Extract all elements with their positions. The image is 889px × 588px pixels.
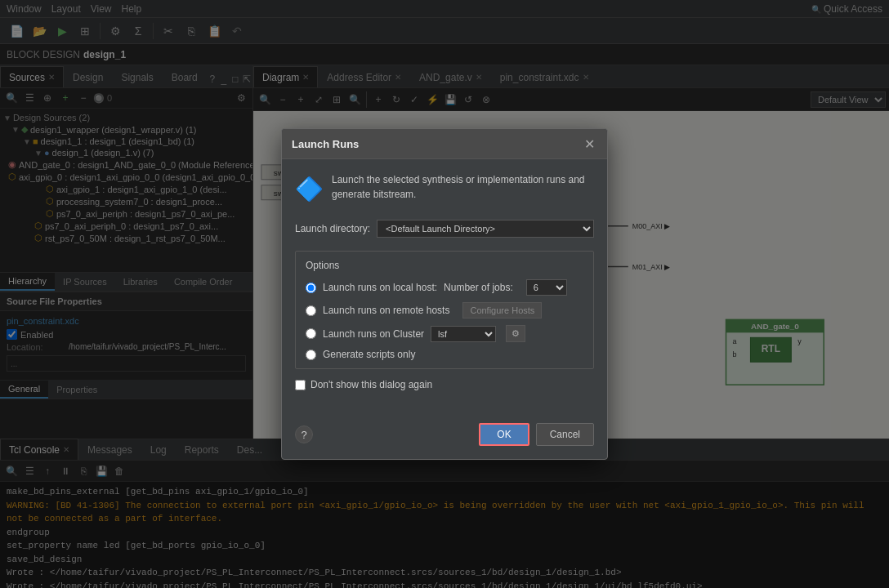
- option-cluster-label: Launch runs on Cluster: [323, 328, 424, 340]
- option-remote: Launch runs on remote hosts Configure Ho…: [306, 302, 583, 318]
- launch-dir-select[interactable]: <Default Launch Directory>: [377, 220, 594, 238]
- dont-show-row: Don't show this dialog again: [295, 379, 594, 390]
- lsf-gear-btn[interactable]: ⚙: [506, 325, 525, 342]
- help-btn[interactable]: ?: [295, 425, 313, 443]
- jobs-label: Number of jobs:: [444, 282, 513, 293]
- options-title: Options: [306, 260, 583, 271]
- modal-body: 🔷 Launch the selected synthesis or imple…: [282, 159, 607, 416]
- options-group: Options Launch runs on local host: Numbe…: [295, 251, 594, 369]
- option-scripts-label: Generate scripts only: [323, 349, 415, 360]
- launch-dir-row: Launch directory: <Default Launch Direct…: [295, 220, 594, 238]
- modal-title-bar: Launch Runs ✕: [282, 129, 607, 159]
- cancel-button[interactable]: Cancel: [536, 423, 594, 446]
- option-local-radio[interactable]: [306, 283, 316, 293]
- modal-close-btn[interactable]: ✕: [581, 136, 597, 152]
- modal-title: Launch Runs: [292, 138, 359, 150]
- dont-show-checkbox[interactable]: [295, 380, 306, 390]
- option-cluster-radio[interactable]: [306, 328, 316, 339]
- option-local-label: Launch runs on local host:: [323, 282, 437, 293]
- launch-runs-dialog: Launch Runs ✕ 🔷 Launch the selected synt…: [281, 128, 608, 460]
- option-cluster: Launch runs on Cluster lsf ⚙: [306, 325, 583, 342]
- modal-btn-group: OK Cancel: [479, 423, 594, 446]
- option-scripts-radio[interactable]: [306, 350, 316, 360]
- lsf-select[interactable]: lsf: [431, 326, 496, 342]
- jobs-select[interactable]: 6 1 2 4 8: [526, 279, 567, 296]
- dont-show-label: Don't show this dialog again: [310, 379, 432, 390]
- option-remote-label: Launch runs on remote hosts: [323, 305, 449, 316]
- modal-overlay: Launch Runs ✕ 🔷 Launch the selected synt…: [0, 0, 889, 588]
- modal-description: 🔷 Launch the selected synthesis or imple…: [295, 172, 594, 207]
- option-scripts: Generate scripts only: [306, 349, 583, 360]
- launch-dir-label: Launch directory:: [295, 223, 370, 234]
- configure-hosts-btn[interactable]: Configure Hosts: [462, 302, 542, 318]
- option-remote-radio[interactable]: [306, 305, 316, 316]
- vivado-logo-icon: 🔷: [295, 172, 324, 207]
- ok-button[interactable]: OK: [479, 423, 529, 446]
- option-local: Launch runs on local host: Number of job…: [306, 279, 583, 296]
- modal-footer: ? OK Cancel: [282, 416, 607, 459]
